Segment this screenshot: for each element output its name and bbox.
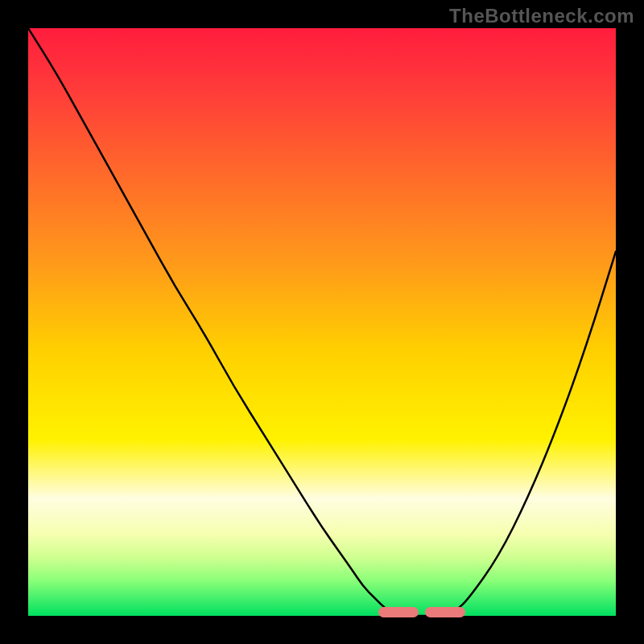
- bottleneck-curve: [28, 28, 616, 616]
- watermark-text: TheBottleneck.com: [449, 5, 634, 27]
- chart-container: TheBottleneck.com: [0, 0, 644, 644]
- chart-svg: [28, 28, 616, 616]
- flat-minimum-marker-left: [378, 607, 419, 617]
- plot-area: [28, 28, 616, 616]
- flat-minimum-marker-right: [425, 607, 465, 617]
